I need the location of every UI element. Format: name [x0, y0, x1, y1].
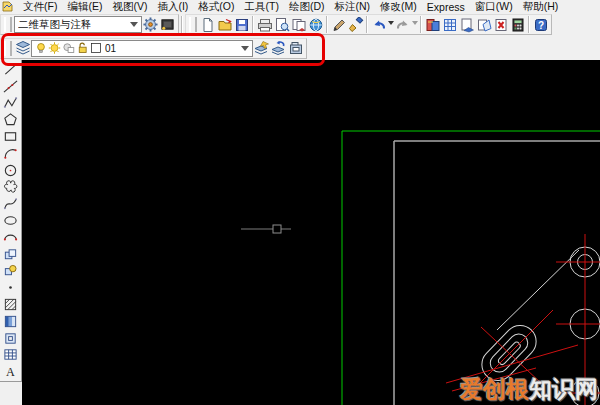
new-file-button[interactable] [199, 16, 216, 34]
layer-on-bulb-icon[interactable] [35, 41, 47, 55]
save-button[interactable] [233, 16, 250, 34]
cad-drawing [22, 60, 600, 405]
toolbar-row-standard: 二维草图与注释 [0, 13, 600, 36]
toolbar-grip[interactable] [4, 41, 12, 56]
watermark: 爱创根知识网 [460, 374, 598, 405]
watermark-orange-text: 爱创根 [460, 376, 529, 402]
workspaces-toolbar: 二维草图与注释 [0, 14, 179, 35]
construction-line-button[interactable] [2, 78, 20, 95]
plot-preview-button[interactable] [273, 16, 290, 34]
quickcalc-button[interactable] [509, 16, 526, 34]
svg-text:?: ? [537, 19, 543, 30]
menu-draw[interactable]: 绘图(D) [284, 0, 330, 14]
menu-modify[interactable]: 修改(M) [375, 0, 422, 14]
menu-tools[interactable]: 工具(T) [240, 0, 284, 14]
drawing-canvas[interactable]: 爱创根知识网 [22, 60, 600, 405]
tool-palettes-button[interactable] [424, 16, 441, 34]
make-object-layer-current-button[interactable] [253, 39, 270, 57]
pencil-edit-button[interactable] [330, 16, 347, 34]
toolbar-grip[interactable] [189, 17, 197, 32]
draw-toolbar: A [0, 60, 22, 405]
polyline-button[interactable] [2, 95, 20, 112]
toolbar-separator [528, 16, 530, 33]
make-block-button[interactable] [2, 263, 20, 280]
undo-dropdown-caret[interactable] [387, 16, 394, 34]
layer-properties-manager-button[interactable] [14, 39, 31, 57]
open-file-button[interactable] [216, 16, 233, 34]
redo-button[interactable] [394, 16, 411, 34]
toolbar-separator [366, 16, 368, 33]
redo-dropdown-caret[interactable] [411, 16, 418, 34]
table-button[interactable] [2, 347, 20, 364]
layer-name: 01 [105, 43, 241, 54]
standard-toolbar: ? [185, 14, 552, 35]
svg-text:A: A [6, 365, 15, 379]
insert-block-button[interactable] [2, 246, 20, 263]
arc-button[interactable] [2, 145, 20, 162]
toolbar-separator [252, 16, 254, 33]
main-area: A [0, 60, 600, 405]
undo-button[interactable] [370, 16, 387, 34]
polygon-button[interactable] [2, 111, 20, 128]
menu-help[interactable]: 帮助(H) [518, 0, 564, 14]
spline-button[interactable] [2, 195, 20, 212]
menu-express[interactable]: Express [422, 1, 470, 13]
layers-toolbar: 01 [0, 38, 307, 59]
sheet-set-manager-button[interactable] [458, 16, 475, 34]
match-properties-button[interactable] [347, 16, 364, 34]
region-button[interactable] [2, 330, 20, 347]
dwg-file-icon [2, 1, 14, 12]
revision-cloud-button[interactable] [2, 179, 20, 196]
workspace-combo-value: 二维草图与注释 [18, 18, 130, 32]
layer-thaw-sun-icon[interactable] [48, 41, 61, 55]
toolbar-grip[interactable] [4, 17, 12, 32]
point-button[interactable] [2, 279, 20, 296]
crosshair-cursor [241, 225, 291, 233]
toolbar-separator [420, 16, 422, 33]
publish-button[interactable] [290, 16, 307, 34]
layer-color-swatch-icon[interactable] [90, 42, 102, 54]
layer-combo[interactable]: 01 [31, 40, 253, 57]
viewport-border [342, 131, 600, 405]
my-workspace-icon[interactable] [159, 16, 176, 34]
menu-file[interactable]: 文件(F) [18, 0, 62, 14]
menu-window[interactable]: 窗口(W) [470, 0, 518, 14]
menu-dimension[interactable]: 标注(N) [330, 0, 376, 14]
hatch-button[interactable] [2, 296, 20, 313]
web-publish-button[interactable] [307, 16, 324, 34]
chevron-down-icon [241, 46, 249, 55]
menu-edit[interactable]: 编辑(E) [62, 0, 107, 14]
toolbar-separator [181, 16, 183, 33]
layer-unlock-icon[interactable] [76, 41, 89, 55]
xref-close-button[interactable] [492, 16, 509, 34]
circle-button[interactable] [2, 162, 20, 179]
toolbar-separator [326, 16, 328, 33]
gradient-button[interactable] [2, 313, 20, 330]
watermark-white-text: 知识网 [529, 376, 598, 402]
menu-format[interactable]: 格式(O) [193, 0, 239, 14]
markup-set-manager-button[interactable] [475, 16, 492, 34]
toolbar-row-layers: 01 [0, 36, 600, 60]
plot-button[interactable] [256, 16, 273, 34]
properties-palette-button[interactable] [441, 16, 458, 34]
menu-bar: 文件(F) 编辑(E) 视图(V) 插入(I) 格式(O) 工具(T) 绘图(D… [0, 0, 600, 13]
menu-view[interactable]: 视图(V) [107, 0, 152, 14]
menu-insert[interactable]: 插入(I) [152, 0, 193, 14]
ellipse-arc-button[interactable] [2, 229, 20, 246]
layer-states-manager-button[interactable] [287, 39, 304, 57]
workspace-settings-gear-icon[interactable] [142, 16, 159, 34]
line-button[interactable] [2, 61, 20, 78]
chevron-down-icon [130, 22, 138, 31]
ellipse-button[interactable] [2, 212, 20, 229]
layer-viewport-freeze-icon[interactable] [62, 41, 75, 55]
multiline-text-button[interactable]: A [2, 363, 20, 380]
help-button[interactable]: ? [532, 16, 549, 34]
rectangle-button[interactable] [2, 128, 20, 145]
layer-previous-button[interactable] [270, 39, 287, 57]
workspace-combo[interactable]: 二维草图与注释 [14, 16, 142, 33]
